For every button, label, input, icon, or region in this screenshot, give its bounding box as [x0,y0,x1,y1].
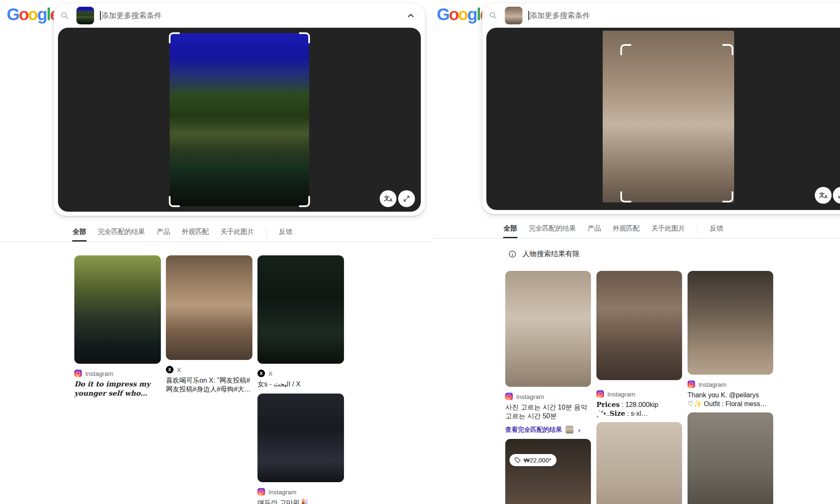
crop-corner[interactable] [620,44,631,55]
caption-part: : s-xl… [625,410,648,417]
result-caption[interactable]: Do it to impress my younger self who tho… [74,380,161,398]
source-row[interactable]: Instagram [74,370,161,377]
source-row[interactable]: Instagram [257,488,344,496]
result-photo[interactable] [596,422,682,504]
result-photo[interactable] [257,255,344,364]
crop-region [170,33,309,206]
result-card: X X 喜欢喝可乐on X: "网友投稿#网友投稿#身边人#母狗#大奶… [166,255,252,394]
result-caption[interactable]: Prices : 128.000kip ¸`°•..Size : s-xl… [596,400,682,418]
result-photo[interactable] [596,271,682,380]
result-card: X X 女s - البحث / X [257,255,344,388]
source-row[interactable]: X X [166,366,252,373]
crop-corner[interactable] [722,44,733,55]
source-row[interactable]: X X [257,370,344,377]
source-row[interactable]: Instagram [505,393,591,400]
translate-button[interactable]: 文A [380,190,396,207]
search-bar[interactable]: 添加更多搜索条件 [54,3,425,28]
result-photo[interactable] [505,271,591,387]
result-photo[interactable] [688,271,773,375]
source-row[interactable]: Instagram [596,390,682,398]
source-name: X [268,370,273,377]
logo-letter: l [476,5,480,24]
tab-all[interactable]: 全部 [72,224,87,242]
tab-exact-matches[interactable]: 完全匹配的结果 [528,221,576,238]
lens-card: 添加更多搜索条件 文A [482,3,840,214]
tab-about-image[interactable]: 关于此图片 [651,221,685,238]
text-caret [528,11,529,20]
see-exact-matches-link[interactable]: 查看完全匹配的结果 › [505,425,591,434]
collapse-panel-button[interactable] [405,10,417,21]
google-logo[interactable]: Google [7,5,58,24]
instagram-icon [688,381,695,388]
result-caption[interactable]: 女s - البحث / X [257,380,344,388]
result-caption[interactable]: 喜欢喝可乐on X: "网友投稿#网友投稿#身边人#母狗#大奶… [166,376,252,394]
source-name: Instagram [268,488,297,496]
tab-visual-matches[interactable]: 外观匹配 [612,221,640,238]
expand-button[interactable] [398,190,415,207]
result-photo[interactable] [74,255,161,364]
tab-feedback[interactable]: 反馈 [709,221,724,238]
result-card [688,412,773,504]
result-photo[interactable]: ₩22,000* [505,439,591,504]
result-column: Instagram Do it to impress my younger se… [74,255,161,398]
result-photo[interactable] [257,394,344,482]
expand-button[interactable] [833,187,840,204]
tab-products[interactable]: 产品 [587,221,601,238]
tab-separator [697,226,698,234]
result-card: Instagram 얘두라 고마워🎉 [257,394,344,504]
logo-letter: g [467,5,477,24]
result-caption[interactable]: 얘두라 고마워🎉 [257,498,344,504]
source-row[interactable]: Instagram [688,381,773,388]
tab-visual-matches[interactable]: 外观匹配 [181,224,209,242]
caption-part: Size [610,410,625,417]
x-icon: X [166,366,173,373]
result-caption[interactable]: Thank you K. @peilarys ♡✨ Outfit : Flora… [688,391,773,408]
search-icon [60,11,69,20]
crop-corner[interactable] [722,192,733,202]
search-input[interactable]: 添加更多搜索条件 [530,10,590,21]
price-text: ₩22,000* [524,457,551,464]
logo-letter: G [7,5,19,24]
crop-corner[interactable] [169,32,180,43]
result-column: X X 女s - البحث / X Instagram 얘두라 고마워🎉 [257,255,344,504]
x-icon: X [257,370,265,377]
search-input[interactable]: 添加更多搜索条件 [101,10,162,21]
result-tabs: 全部 完全匹配的结果 产品 外观匹配 关于此图片 反馈 [0,225,433,242]
crop-corner[interactable] [169,196,180,207]
limited-results-notice: 人物搜索结果有限 [508,249,580,259]
text-caret [100,11,101,20]
source-name: X [177,366,181,373]
result-card: Instagram Prices : 128.000kip ¸`°•..Size… [596,271,682,418]
lens-page-right: Google 添加更多搜索条件 文A 全部 完全匹配的结果 [433,0,840,504]
price-badge[interactable]: ₩22,000* [509,454,556,466]
result-caption[interactable]: 사진 고르는 시간 10분 음악 고르는 시간 50분 [505,403,591,420]
image-viewer: 文A [486,28,840,210]
instagram-icon [257,488,265,496]
crop-corner[interactable] [620,192,631,202]
open-in-full-icon [403,195,410,202]
crop-corner[interactable] [299,196,310,207]
result-card: Instagram Thank you K. @peilarys ♡✨ Outf… [688,271,773,408]
logo-letter: o [28,5,37,24]
crop-corner[interactable] [299,32,310,43]
tab-about-image[interactable]: 关于此图片 [220,224,255,242]
source-name: Instagram [607,391,635,398]
tab-feedback[interactable]: 反馈 [278,224,293,242]
price-tag-icon [514,457,521,463]
result-photo[interactable] [688,412,773,504]
result-photo[interactable] [166,255,252,360]
image-viewer: 文A [58,28,421,212]
query-image-chip[interactable] [76,7,94,24]
tab-separator [266,229,267,237]
query-image-chip[interactable] [505,7,522,24]
tab-all[interactable]: 全部 [503,221,517,238]
google-logo[interactable]: Google [437,5,488,24]
tab-exact-matches[interactable]: 完全匹配的结果 [97,224,145,242]
translate-icon: 文A [819,192,827,199]
tab-products[interactable]: 产品 [156,224,171,242]
info-icon [508,250,517,258]
search-bar[interactable]: 添加更多搜索条件 [482,3,840,28]
logo-letter: o [458,5,467,24]
translate-button[interactable]: 文A [815,187,832,204]
result-card: Instagram 사진 고르는 시간 10분 음악 고르는 시간 50분 查看… [505,271,591,434]
